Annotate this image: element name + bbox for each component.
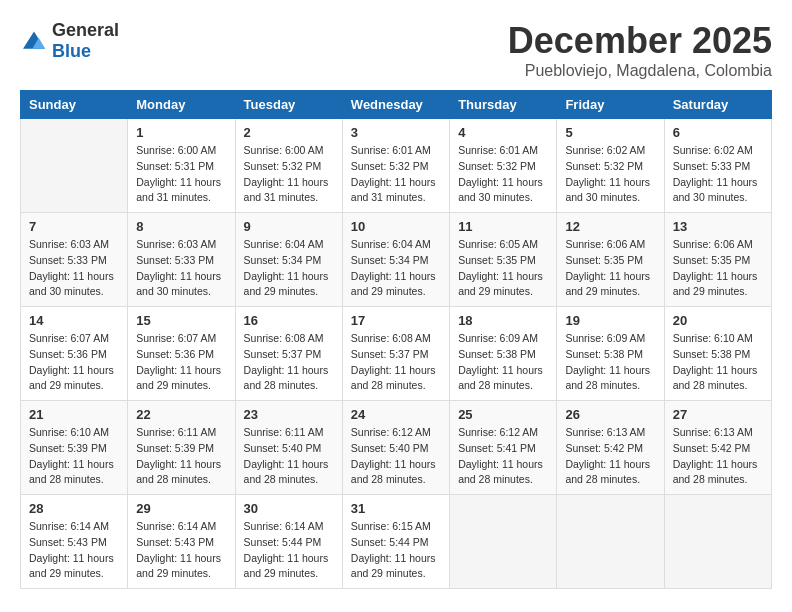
sunset-text: Sunset: 5:38 PM — [565, 348, 643, 360]
daylight-text: Daylight: 11 hours and 31 minutes. — [136, 176, 221, 204]
day-number: 16 — [244, 313, 334, 328]
sunrise-text: Sunrise: 6:03 AM — [29, 238, 109, 250]
day-number: 28 — [29, 501, 119, 516]
daylight-text: Daylight: 11 hours and 29 minutes. — [565, 270, 650, 298]
sunrise-text: Sunrise: 6:06 AM — [565, 238, 645, 250]
day-number: 18 — [458, 313, 548, 328]
header-sunday: Sunday — [21, 91, 128, 119]
day-number: 30 — [244, 501, 334, 516]
sunrise-text: Sunrise: 6:02 AM — [565, 144, 645, 156]
day-info: Sunrise: 6:14 AM Sunset: 5:44 PM Dayligh… — [244, 519, 334, 582]
day-info: Sunrise: 6:10 AM Sunset: 5:39 PM Dayligh… — [29, 425, 119, 488]
sunset-text: Sunset: 5:38 PM — [673, 348, 751, 360]
sunset-text: Sunset: 5:32 PM — [244, 160, 322, 172]
daylight-text: Daylight: 11 hours and 29 minutes. — [673, 270, 758, 298]
day-info: Sunrise: 6:15 AM Sunset: 5:44 PM Dayligh… — [351, 519, 441, 582]
sunrise-text: Sunrise: 6:12 AM — [458, 426, 538, 438]
day-info: Sunrise: 6:08 AM Sunset: 5:37 PM Dayligh… — [351, 331, 441, 394]
day-number: 24 — [351, 407, 441, 422]
calendar-week-row: 14 Sunrise: 6:07 AM Sunset: 5:36 PM Dayl… — [21, 307, 772, 401]
day-info: Sunrise: 6:10 AM Sunset: 5:38 PM Dayligh… — [673, 331, 763, 394]
table-row: 30 Sunrise: 6:14 AM Sunset: 5:44 PM Dayl… — [235, 495, 342, 589]
sunrise-text: Sunrise: 6:10 AM — [29, 426, 109, 438]
calendar-week-row: 7 Sunrise: 6:03 AM Sunset: 5:33 PM Dayli… — [21, 213, 772, 307]
daylight-text: Daylight: 11 hours and 29 minutes. — [136, 552, 221, 580]
day-number: 10 — [351, 219, 441, 234]
day-number: 5 — [565, 125, 655, 140]
table-row: 24 Sunrise: 6:12 AM Sunset: 5:40 PM Dayl… — [342, 401, 449, 495]
day-number: 12 — [565, 219, 655, 234]
sunset-text: Sunset: 5:40 PM — [351, 442, 429, 454]
sunrise-text: Sunrise: 6:00 AM — [244, 144, 324, 156]
day-number: 19 — [565, 313, 655, 328]
sunrise-text: Sunrise: 6:08 AM — [244, 332, 324, 344]
sunrise-text: Sunrise: 6:13 AM — [565, 426, 645, 438]
sunset-text: Sunset: 5:42 PM — [565, 442, 643, 454]
day-info: Sunrise: 6:07 AM Sunset: 5:36 PM Dayligh… — [136, 331, 226, 394]
table-row: 31 Sunrise: 6:15 AM Sunset: 5:44 PM Dayl… — [342, 495, 449, 589]
table-row: 1 Sunrise: 6:00 AM Sunset: 5:31 PM Dayli… — [128, 119, 235, 213]
sunset-text: Sunset: 5:44 PM — [244, 536, 322, 548]
location-title: Puebloviejo, Magdalena, Colombia — [508, 62, 772, 80]
day-info: Sunrise: 6:04 AM Sunset: 5:34 PM Dayligh… — [244, 237, 334, 300]
daylight-text: Daylight: 11 hours and 28 minutes. — [673, 458, 758, 486]
day-number: 1 — [136, 125, 226, 140]
daylight-text: Daylight: 11 hours and 28 minutes. — [458, 364, 543, 392]
title-block: December 2025 Puebloviejo, Magdalena, Co… — [508, 20, 772, 80]
daylight-text: Daylight: 11 hours and 28 minutes. — [458, 458, 543, 486]
page-header: General Blue December 2025 Puebloviejo, … — [20, 20, 772, 80]
daylight-text: Daylight: 11 hours and 28 minutes. — [351, 364, 436, 392]
daylight-text: Daylight: 11 hours and 28 minutes. — [244, 458, 329, 486]
day-number: 15 — [136, 313, 226, 328]
day-info: Sunrise: 6:13 AM Sunset: 5:42 PM Dayligh… — [673, 425, 763, 488]
sunrise-text: Sunrise: 6:10 AM — [673, 332, 753, 344]
logo-general: General — [52, 20, 119, 40]
sunset-text: Sunset: 5:42 PM — [673, 442, 751, 454]
day-number: 27 — [673, 407, 763, 422]
sunrise-text: Sunrise: 6:08 AM — [351, 332, 431, 344]
sunset-text: Sunset: 5:37 PM — [351, 348, 429, 360]
day-info: Sunrise: 6:08 AM Sunset: 5:37 PM Dayligh… — [244, 331, 334, 394]
table-row: 5 Sunrise: 6:02 AM Sunset: 5:32 PM Dayli… — [557, 119, 664, 213]
table-row: 8 Sunrise: 6:03 AM Sunset: 5:33 PM Dayli… — [128, 213, 235, 307]
daylight-text: Daylight: 11 hours and 28 minutes. — [565, 364, 650, 392]
day-info: Sunrise: 6:00 AM Sunset: 5:31 PM Dayligh… — [136, 143, 226, 206]
sunrise-text: Sunrise: 6:11 AM — [136, 426, 216, 438]
sunrise-text: Sunrise: 6:14 AM — [29, 520, 109, 532]
calendar-table: Sunday Monday Tuesday Wednesday Thursday… — [20, 90, 772, 589]
table-row — [450, 495, 557, 589]
sunset-text: Sunset: 5:43 PM — [136, 536, 214, 548]
table-row: 10 Sunrise: 6:04 AM Sunset: 5:34 PM Dayl… — [342, 213, 449, 307]
day-number: 2 — [244, 125, 334, 140]
table-row: 20 Sunrise: 6:10 AM Sunset: 5:38 PM Dayl… — [664, 307, 771, 401]
sunset-text: Sunset: 5:32 PM — [351, 160, 429, 172]
logo: General Blue — [20, 20, 119, 62]
sunset-text: Sunset: 5:43 PM — [29, 536, 107, 548]
daylight-text: Daylight: 11 hours and 29 minutes. — [29, 552, 114, 580]
month-title: December 2025 — [508, 20, 772, 62]
sunset-text: Sunset: 5:44 PM — [351, 536, 429, 548]
sunrise-text: Sunrise: 6:12 AM — [351, 426, 431, 438]
daylight-text: Daylight: 11 hours and 29 minutes. — [351, 552, 436, 580]
day-number: 31 — [351, 501, 441, 516]
day-number: 9 — [244, 219, 334, 234]
day-number: 17 — [351, 313, 441, 328]
daylight-text: Daylight: 11 hours and 28 minutes. — [351, 458, 436, 486]
sunrise-text: Sunrise: 6:04 AM — [244, 238, 324, 250]
sunset-text: Sunset: 5:41 PM — [458, 442, 536, 454]
sunset-text: Sunset: 5:35 PM — [458, 254, 536, 266]
header-saturday: Saturday — [664, 91, 771, 119]
day-number: 21 — [29, 407, 119, 422]
sunset-text: Sunset: 5:40 PM — [244, 442, 322, 454]
daylight-text: Daylight: 11 hours and 28 minutes. — [136, 458, 221, 486]
daylight-text: Daylight: 11 hours and 30 minutes. — [565, 176, 650, 204]
daylight-text: Daylight: 11 hours and 31 minutes. — [244, 176, 329, 204]
day-number: 26 — [565, 407, 655, 422]
table-row — [557, 495, 664, 589]
sunset-text: Sunset: 5:38 PM — [458, 348, 536, 360]
daylight-text: Daylight: 11 hours and 30 minutes. — [136, 270, 221, 298]
day-number: 6 — [673, 125, 763, 140]
day-number: 4 — [458, 125, 548, 140]
day-info: Sunrise: 6:00 AM Sunset: 5:32 PM Dayligh… — [244, 143, 334, 206]
day-number: 25 — [458, 407, 548, 422]
